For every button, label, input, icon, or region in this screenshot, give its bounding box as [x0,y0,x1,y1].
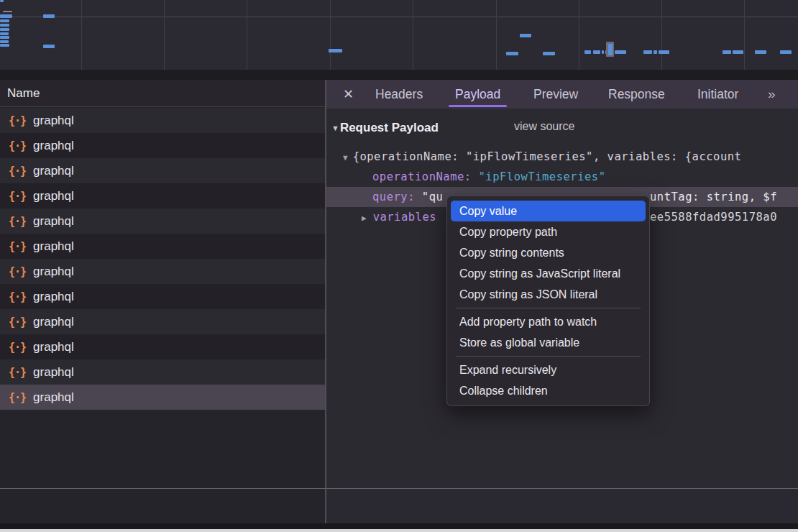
overview-bar [0,14,12,18]
request-row[interactable]: {·}graphql [0,359,325,385]
request-row[interactable]: {·}graphql [0,133,325,158]
overview-separator-band [0,70,798,80]
bottom-bar [0,523,798,529]
overview-bar [43,14,55,18]
json-braces-icon: {·} [9,316,26,329]
overview-gridline [496,0,497,70]
menu-item-copy-string-as-json-literal[interactable]: Copy string as JSON literal [451,284,646,305]
overview-bar [3,11,12,12]
json-braces-icon: {·} [9,391,26,404]
panel-divider[interactable] [325,80,326,526]
overview-bar [0,19,9,22]
overview-bar [0,40,9,43]
request-name-label: graphql [33,114,74,128]
property-key: operationName: [372,170,472,183]
request-row[interactable]: {·}graphql [0,259,325,284]
request-row[interactable]: {·}graphql [0,385,325,410]
overview-bar [0,44,9,47]
menu-item-collapse-children[interactable]: Collapse children [451,380,646,401]
overview-bar [755,50,766,54]
close-icon[interactable]: ✕ [343,80,354,109]
request-name-label: graphql [33,239,74,254]
overview-bar [0,28,9,31]
request-name-label: graphql [33,139,74,153]
overview-gridline [661,0,662,70]
property-key: query: [372,191,415,203]
request-payload-section-header[interactable]: ▼ Request Payload view source [331,119,439,137]
overview-bar [0,32,9,35]
payload-tree-row-operationname[interactable]: operationName: "ipFlowTimeseries" [326,167,798,187]
json-braces-icon: {·} [9,139,26,152]
json-braces-icon: {·} [9,265,26,278]
request-name-label: graphql [33,164,74,178]
menu-item-expand-recursively[interactable]: Expand recursively [451,359,646,380]
overview-gridline [81,0,82,70]
view-source-link[interactable]: view source [514,120,574,133]
overview-bar [0,0,4,2]
overview-gridline [744,0,745,70]
tab-initiator[interactable]: Initiator [697,80,738,109]
overview-bar [593,50,600,54]
request-row[interactable]: {·}graphql [0,108,325,133]
json-braces-icon: {·} [9,341,26,354]
json-braces-icon: {·} [9,114,26,127]
overview-bar [43,45,55,48]
menu-item-add-property-path-to-watch[interactable]: Add property path to watch [451,311,646,332]
window-bottom-edge [0,529,798,532]
request-name-label: graphql [33,390,74,405]
tab-preview[interactable]: Preview [533,80,578,109]
json-braces-icon: {·} [9,290,26,303]
property-key: variables [373,211,437,224]
json-braces-icon: {·} [9,215,26,228]
collapse-triangle-icon: ▼ [331,124,339,132]
request-name-label: graphql [33,290,74,304]
request-name-label: graphql [33,214,74,229]
menu-item-copy-string-as-javascript-literal[interactable]: Copy string as JavaScript literal [451,263,646,284]
request-name-label: graphql [33,265,74,279]
overview-bar [506,52,518,55]
expander-open-icon[interactable]: ▼ [343,148,348,167]
request-row[interactable]: {·}graphql [0,334,325,359]
menu-item-copy-string-contents[interactable]: Copy string contents [451,242,646,263]
request-list: {·}graphql{·}graphql{·}graphql{·}graphql… [0,108,325,410]
request-row[interactable]: {·}graphql [0,284,325,309]
overview-bar [653,50,657,54]
menu-item-copy-property-path[interactable]: Copy property path [451,221,646,242]
footer-divider-line [0,488,798,489]
overview-bar [584,50,591,54]
network-overview-timeline[interactable] [0,0,798,70]
menu-item-copy-value[interactable]: Copy value [451,201,646,221]
request-row[interactable]: {·}graphql [0,158,325,183]
json-braces-icon: {·} [9,165,26,178]
menu-item-store-as-global-variable[interactable]: Store as global variable [451,332,646,353]
overview-bar [520,34,531,37]
object-preview-text: {operationName: "ipFlowTimeseries", vari… [353,150,742,163]
payload-tree-root-row[interactable]: ▼{operationName: "ipFlowTimeseries", var… [326,147,798,167]
request-name-label: graphql [33,315,74,329]
overview-bar [643,50,652,54]
name-column-header[interactable]: Name [0,80,325,107]
tab-response[interactable]: Response [608,80,665,109]
request-row[interactable]: {·}graphql [0,183,325,208]
request-name-label: graphql [33,340,74,354]
tab-payload[interactable]: Payload [455,80,500,109]
json-braces-icon: {·} [9,366,26,379]
menu-separator [456,356,641,357]
request-list-panel: Name {·}graphql{·}graphql{·}graphql{·}gr… [0,80,325,526]
overview-bar [608,44,613,55]
request-row[interactable]: {·}graphql [0,234,325,259]
property-value-right: ee5588fdad995178a0 [650,207,777,227]
menu-separator [456,308,641,308]
expander-closed-icon[interactable]: ▶ [362,208,367,227]
tab-headers[interactable]: Headers [375,80,423,109]
request-row[interactable]: {·}graphql [0,208,325,234]
overview-gridline [413,0,413,70]
request-row[interactable]: {·}graphql [0,309,325,334]
overview-bar [659,50,669,54]
overview-bar [543,52,555,55]
json-braces-icon: {·} [9,240,26,253]
overview-gridline [330,0,331,70]
more-tabs-icon[interactable]: » [768,80,776,109]
detail-tabbar: ✕ » HeadersPayloadPreviewResponseInitiat… [326,80,798,109]
overview-bar [0,24,9,27]
